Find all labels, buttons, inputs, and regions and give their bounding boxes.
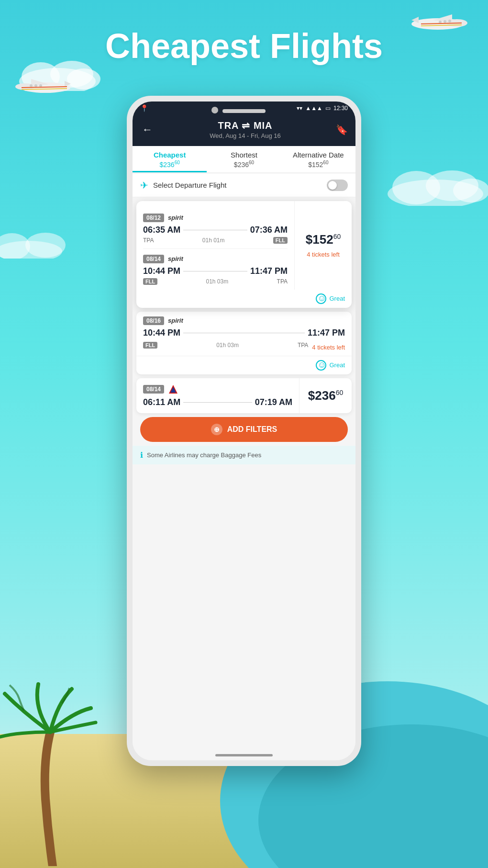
departure-toggle[interactable] [327,180,348,191]
duration-row-3: FLL 01h 03m TPA 4 tickets left [143,340,345,351]
cloud-2 [383,168,488,208]
flight-main-row: 08/12 spirit 06:35 AM 07:36 AM TPA [136,201,352,290]
from-badge-2: FLL [143,278,157,285]
airline-name-2: spirit [168,255,183,262]
segment-header-4: 08/14 [143,384,292,395]
to-code-3: TPA [298,342,308,349]
flight-segment-2: 08/14 spirit 10:44 PM 11:47 PM FLL [143,249,288,290]
travel-dates: Wed, Aug 14 - Fri, Aug 16 [155,132,336,139]
departure-label: Select Departure Flight [153,181,226,189]
home-indicator [215,754,273,756]
price-sup-3: 60 [336,389,344,396]
tab-cheapest[interactable]: Cheapest $23660 [133,146,207,172]
bottom-notice: ℹ Some Airlines may charge Baggage Fees [133,446,355,464]
tab-shortest[interactable]: Shortest $23660 [207,146,281,172]
svg-point-10 [25,233,66,258]
phone-mockup: 📍 ▾▾ ▲▲▲ ▭ 12:30 ← TRA ⇌ MIA Wed, Aug 14… [127,96,361,766]
flight-card-3[interactable]: 08/14 06:11 AM [136,378,352,413]
date-badge-1: 08/12 [143,214,164,222]
date-badge-2: 08/14 [143,255,164,263]
phone-inner: 📍 ▾▾ ▲▲▲ ▭ 12:30 ← TRA ⇌ MIA Wed, Aug 14… [133,101,355,760]
cheapest-tab-price: $23660 [134,160,205,169]
flight-times-2: 10:44 PM 11:47 PM [143,266,288,276]
alternative-tab-label: Alternative Date [283,151,354,159]
rating-text-2: Great [329,361,345,369]
flight-info: 08/12 spirit 06:35 AM 07:36 AM TPA [136,201,294,290]
tabs-bar: Cheapest $23660 Shortest $23660 Alternat… [133,146,355,173]
flight-times-1: 06:35 AM 07:36 AM [143,225,288,235]
status-left: 📍 [140,104,148,112]
great-badge-2: Great [136,356,352,374]
alternative-price-sup: 60 [323,160,328,165]
shortest-tab-price: $23660 [209,160,279,169]
flight-3-price-value: $23660 [308,388,343,403]
filter-icon: ⊕ [211,424,222,435]
back-button[interactable]: ← [140,122,155,138]
duration-row-2: FLL 01h 03m TPA [143,278,288,285]
flight-card-featured[interactable]: 08/12 spirit 06:35 AM 07:36 AM TPA [136,201,352,308]
depart-time-3: 10:44 PM [143,328,180,338]
flight-card-2[interactable]: 08/16 spirit 10:44 PM 11:47 PM FLL 01h 0… [136,312,352,374]
date-badge-4: 08/14 [143,385,164,394]
delta-logo [168,384,178,395]
rating-icon-2 [316,360,326,371]
header-center: TRA ⇌ MIA Wed, Aug 14 - Fri, Aug 16 [155,120,336,139]
svg-point-24 [39,84,42,87]
battery-icon: ▭ [325,105,331,112]
bookmark-button[interactable]: 🔖 [336,124,348,135]
departure-flight-icon: ✈ [140,180,148,191]
great-badge: Great [136,290,352,308]
alternative-tab-price: $15260 [283,160,354,169]
airline-name-3: spirit [168,317,183,324]
shortest-price-sup: 60 [249,160,254,165]
date-badge-3: 08/16 [143,316,164,325]
flight-line-4 [183,402,252,403]
tickets-left-2: 4 tickets left [312,344,345,351]
flight-times-4: 06:11 AM 07:19 AM [143,397,292,407]
depart-time-4: 06:11 AM [143,397,180,407]
svg-point-25 [34,84,37,87]
segment-header-3: 08/16 spirit [143,316,345,325]
flight-3-info: 08/14 06:11 AM [136,378,299,413]
price-value: $152 [306,232,333,247]
wifi-icon: ▾▾ [297,105,302,112]
from-badge-3: FLL [143,342,157,349]
svg-point-16 [444,20,446,23]
flight-price-panel: $15260 4 tickets left [294,201,352,290]
baggage-notice: Some Airlines may charge Baggage Fees [147,451,261,459]
cloud-3 [0,230,67,260]
svg-point-7 [453,179,488,203]
route-display: TRA ⇌ MIA [155,120,336,131]
svg-point-17 [448,20,451,23]
airplane-top-left [14,74,77,102]
app-header: ← TRA ⇌ MIA Wed, Aug 14 - Fri, Aug 16 🔖 [133,115,355,146]
arrive-time-4: 07:19 AM [255,397,292,407]
segment-header-1: 08/12 spirit [143,214,288,222]
flight-3-row: 08/14 06:11 AM [136,378,352,413]
tab-alternative[interactable]: Alternative Date $15260 [281,146,355,172]
scroll-content: ✈ Select Departure Flight 08/12 [133,173,355,760]
main-title: Cheapest Flights [0,26,488,66]
route-text: TRA ⇌ MIA [218,120,272,131]
rating-icon [316,293,326,304]
to-code-2: TPA [277,278,288,285]
shortest-price: $236 [234,161,249,169]
palm-tree [0,665,129,868]
duration-3: 01h 03m [161,342,294,349]
airline-name-1: spirit [168,214,183,221]
price-sup: 60 [333,233,341,241]
flight-price: $15260 [306,232,341,247]
flight-line-1 [183,230,247,230]
flight-line-2 [183,271,247,271]
shortest-tab-label: Shortest [209,151,279,159]
arrive-time-1: 07:36 AM [250,225,288,235]
departure-selector: ✈ Select Departure Flight [133,174,355,197]
depart-time-1: 06:35 AM [143,225,180,235]
time-display: 12:30 [333,105,348,112]
add-filters-button[interactable]: ⊕ ADD FILTERS [140,417,348,442]
phone-speaker [222,109,266,113]
location-icon: 📍 [140,104,148,112]
cheapest-tab-label: Cheapest [134,151,205,159]
flight-segment-1: 08/12 spirit 06:35 AM 07:36 AM TPA [143,208,288,249]
flight-times-3: 10:44 PM 11:47 PM [143,328,345,338]
